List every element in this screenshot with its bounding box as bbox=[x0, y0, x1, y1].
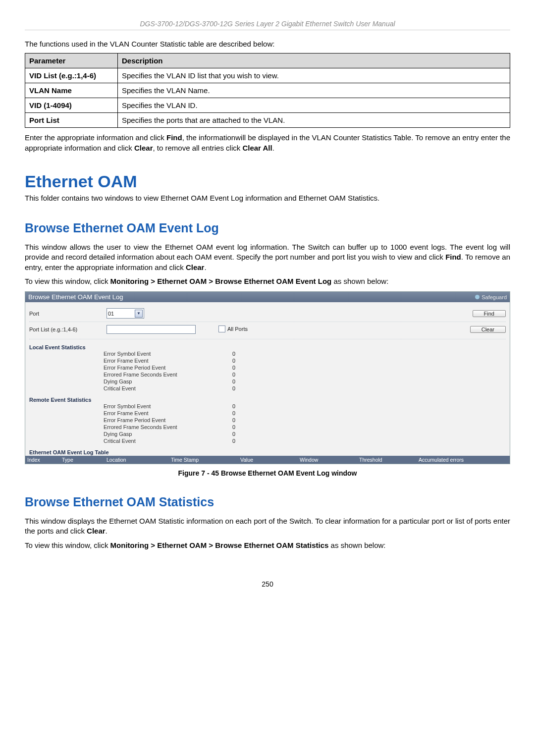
stat-value: 0 bbox=[232, 403, 252, 410]
port-label: Port bbox=[29, 311, 104, 317]
after-table-paragraph: Enter the appropriate information and cl… bbox=[25, 133, 510, 153]
portlist-label: Port List (e.g.:1,4-6) bbox=[29, 326, 104, 332]
statistics-paragraph-2: To view this window, click Monitoring > … bbox=[25, 540, 510, 550]
clear-bold: Clear bbox=[134, 144, 153, 152]
log-header-cell: Location bbox=[107, 457, 171, 463]
stat-label: Error Symbol Event bbox=[104, 350, 232, 357]
heading-ethernet-oam: Ethernet OAM bbox=[25, 172, 510, 191]
allports-label: All Ports bbox=[227, 326, 248, 332]
text-fragment: as shown below: bbox=[331, 277, 388, 285]
param-desc: Specifies the VLAN ID. bbox=[118, 98, 510, 113]
clear-all-bold: Clear All bbox=[242, 144, 272, 152]
text-fragment: This window allows the user to view the … bbox=[25, 243, 510, 261]
page-number: 250 bbox=[25, 580, 510, 588]
text-fragment: . bbox=[204, 263, 206, 271]
event-log-paragraph-2: To view this window, click Monitoring > … bbox=[25, 276, 510, 286]
form-row-port: Port 01 ▼ Find bbox=[29, 305, 506, 322]
log-table-header-row: Index Type Location Time Stamp Value Win… bbox=[25, 456, 510, 464]
param-name: VID List (e.g.:1,4-6) bbox=[25, 68, 118, 83]
stat-label: Critical Event bbox=[104, 385, 232, 392]
param-name: Port List bbox=[25, 113, 118, 128]
port-select[interactable]: 01 ▼ bbox=[107, 308, 144, 319]
param-desc: Specifies the ports that are attached to… bbox=[118, 113, 510, 128]
screenshot-titlebar: Browse Ethernet OAM Event Log Safeguard bbox=[25, 292, 510, 302]
remote-stats-grid: Error Symbol Event0 Error Frame Event0 E… bbox=[29, 403, 506, 444]
local-event-heading: Local Event Statistics bbox=[29, 344, 506, 350]
param-name: VLAN Name bbox=[25, 83, 118, 98]
log-header-cell: Window bbox=[300, 457, 359, 463]
stat-value: 0 bbox=[232, 357, 252, 364]
stat-value: 0 bbox=[232, 385, 252, 392]
portlist-input[interactable] bbox=[107, 325, 196, 334]
event-log-screenshot: Browse Ethernet OAM Event Log Safeguard … bbox=[25, 291, 510, 464]
stat-value: 0 bbox=[232, 350, 252, 357]
param-desc: Specifies the VLAN Name. bbox=[118, 83, 510, 98]
safeguard-label: Safeguard bbox=[482, 294, 507, 300]
stat-value: 0 bbox=[232, 417, 252, 424]
h1-subtext: This folder contains two windows to view… bbox=[25, 193, 510, 203]
param-name: VID (1-4094) bbox=[25, 98, 118, 113]
page-header: DGS-3700-12/DGS-3700-12G Series Layer 2 … bbox=[25, 20, 510, 30]
stat-value: 0 bbox=[232, 378, 252, 385]
stat-value: 0 bbox=[232, 410, 252, 417]
stat-value: 0 bbox=[232, 364, 252, 371]
clear-bold: Clear bbox=[186, 263, 205, 271]
stat-label: Dying Gasp bbox=[104, 378, 232, 385]
log-table-title: Ethernet OAM Event Log Table bbox=[29, 449, 506, 455]
stat-value: 0 bbox=[232, 431, 252, 437]
safeguard-icon bbox=[475, 295, 480, 299]
log-header-cell: Threshold bbox=[359, 457, 419, 463]
stat-value: 0 bbox=[232, 424, 252, 431]
chevron-down-icon: ▼ bbox=[135, 310, 143, 318]
find-button[interactable]: Find bbox=[473, 310, 506, 317]
text-fragment: as shown below: bbox=[328, 541, 385, 549]
log-header-cell: Value bbox=[240, 457, 300, 463]
stat-label: Errored Frame Seconds Event bbox=[104, 424, 232, 431]
form-row-portlist: Port List (e.g.:1,4-6) All Ports Clear bbox=[29, 322, 506, 337]
log-header-cell: Accumulated errors bbox=[419, 457, 508, 463]
stat-label: Error Frame Period Event bbox=[104, 417, 232, 424]
log-header-cell: Time Stamp bbox=[171, 457, 240, 463]
stat-label: Errored Frame Seconds Event bbox=[104, 371, 232, 378]
table-row: VID List (e.g.:1,4-6) Specifies the VLAN… bbox=[25, 68, 510, 83]
stat-label: Error Frame Event bbox=[104, 410, 232, 417]
stat-label: Critical Event bbox=[104, 437, 232, 444]
log-header-cell: Type bbox=[62, 457, 107, 463]
statistics-paragraph-1: This window displays the Ethernet OAM St… bbox=[25, 516, 510, 537]
param-desc: Specifies the VLAN ID list that you wish… bbox=[118, 68, 510, 83]
stat-label: Error Frame Event bbox=[104, 357, 232, 364]
local-stats-grid: Error Symbol Event0 Error Frame Event0 E… bbox=[29, 350, 506, 392]
stat-label: Error Frame Period Event bbox=[104, 364, 232, 371]
find-bold: Find bbox=[445, 253, 461, 261]
find-bold: Find bbox=[166, 133, 182, 142]
screenshot-title: Browse Ethernet OAM Event Log bbox=[28, 293, 123, 301]
text-fragment: . bbox=[106, 527, 107, 535]
event-log-paragraph-1: This window allows the user to view the … bbox=[25, 242, 510, 272]
parameter-table: Parameter Description VID List (e.g.:1,4… bbox=[25, 53, 510, 128]
allports-checkbox[interactable] bbox=[218, 325, 225, 332]
table-header-parameter: Parameter bbox=[25, 54, 118, 68]
stat-value: 0 bbox=[232, 371, 252, 378]
figure-caption: Figure 7 - 45 Browse Ethernet OAM Event … bbox=[25, 469, 510, 477]
text-fragment: To view this window, click bbox=[25, 541, 110, 549]
nav-path-bold: Monitoring > Ethernet OAM > Browse Ether… bbox=[110, 541, 329, 549]
port-select-value: 01 bbox=[108, 311, 114, 317]
intro-line: The functions used in the VLAN Counter S… bbox=[25, 39, 510, 49]
table-header-description: Description bbox=[118, 54, 510, 68]
text-fragment: Enter the appropriate information and cl… bbox=[25, 133, 166, 142]
table-row: VID (1-4094) Specifies the VLAN ID. bbox=[25, 98, 510, 113]
safeguard-badge: Safeguard bbox=[475, 294, 507, 300]
clear-button[interactable]: Clear bbox=[470, 326, 506, 333]
remote-event-heading: Remote Event Statistics bbox=[29, 397, 506, 403]
nav-path-bold: Monitoring > Ethernet OAM > Browse Ether… bbox=[110, 277, 332, 285]
text-fragment: . bbox=[272, 144, 274, 152]
table-row: Port List Specifies the ports that are a… bbox=[25, 113, 510, 128]
heading-browse-statistics: Browse Ethernet OAM Statistics bbox=[25, 495, 510, 509]
log-header-cell: Index bbox=[27, 457, 62, 463]
heading-browse-event-log: Browse Ethernet OAM Event Log bbox=[25, 221, 510, 235]
text-fragment: , to remove all entries click bbox=[153, 144, 242, 152]
stat-label: Error Symbol Event bbox=[104, 403, 232, 410]
clear-bold: Clear bbox=[87, 527, 106, 535]
stat-value: 0 bbox=[232, 437, 252, 444]
text-fragment: To view this window, click bbox=[25, 277, 110, 285]
